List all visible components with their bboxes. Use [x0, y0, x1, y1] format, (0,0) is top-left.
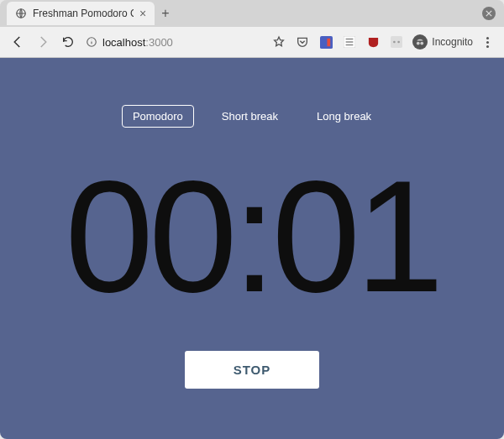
address-host: localhost: [102, 36, 145, 49]
mode-pomodoro[interactable]: Pomodoro: [122, 105, 194, 128]
app-viewport: Pomodoro Short break Long break 00:01 ST…: [0, 58, 504, 439]
new-tab-button[interactable]: +: [161, 6, 169, 21]
tab-strip: Freshman Pomodoro Cloc × +: [0, 0, 504, 27]
window-close-button[interactable]: [482, 7, 496, 20]
tab-title: Freshman Pomodoro Cloc: [33, 8, 134, 19]
star-icon[interactable]: [271, 34, 286, 50]
mode-short-break[interactable]: Short break: [211, 105, 289, 128]
forward-button[interactable]: [32, 31, 54, 53]
reload-button[interactable]: [57, 31, 79, 53]
browser-menu-button[interactable]: [481, 37, 494, 48]
svg-point-6: [393, 41, 396, 44]
browser-toolbar: localhost:3000: [0, 27, 504, 57]
incognito-icon: [412, 34, 428, 50]
svg-rect-3: [327, 38, 330, 45]
pocket-icon[interactable]: [295, 34, 310, 50]
extension-icon[interactable]: [318, 34, 333, 50]
close-icon[interactable]: ×: [139, 8, 146, 19]
svg-rect-2: [320, 36, 333, 49]
svg-point-8: [417, 42, 420, 45]
svg-point-9: [421, 42, 424, 45]
svg-rect-5: [391, 36, 402, 48]
incognito-label: Incognito: [432, 36, 473, 48]
svg-point-7: [398, 41, 401, 44]
address-bar[interactable]: localhost:3000: [82, 36, 268, 49]
browser-tab[interactable]: Freshman Pomodoro Cloc ×: [7, 2, 155, 25]
browser-chrome: Freshman Pomodoro Cloc × + localhost:300…: [0, 0, 504, 58]
incognito-indicator[interactable]: Incognito: [412, 34, 473, 50]
globe-icon: [15, 8, 27, 19]
ublock-icon[interactable]: [365, 34, 381, 50]
address-port: :3000: [145, 36, 173, 49]
mode-selector: Pomodoro Short break Long break: [122, 105, 382, 128]
extensions-area: Incognito: [271, 34, 497, 50]
stop-button[interactable]: STOP: [185, 351, 320, 389]
mode-long-break[interactable]: Long break: [306, 105, 382, 128]
extension-icon[interactable]: [342, 34, 357, 50]
back-button[interactable]: [7, 31, 29, 53]
timer-display: 00:01: [65, 156, 438, 316]
site-info-icon[interactable]: [86, 36, 97, 48]
extension-icon[interactable]: [389, 34, 404, 50]
